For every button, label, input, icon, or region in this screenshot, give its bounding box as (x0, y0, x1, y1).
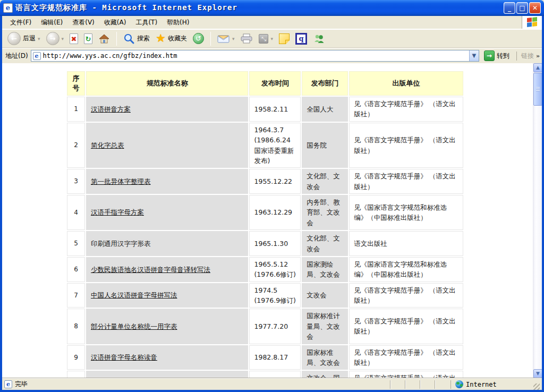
status-text: 完毕 (15, 380, 28, 389)
status-pane (390, 380, 405, 389)
history-button[interactable]: ↺ (191, 32, 206, 45)
cell-publisher: 见《语言文字规范手册》 （语文出版社） (349, 169, 463, 194)
standard-link[interactable]: 少数民族语地名汉语拼音字母音译转写法 (91, 266, 210, 274)
resize-dropdown-icon[interactable]: ▾ (270, 36, 273, 41)
back-icon: ← (7, 32, 21, 45)
stop-button[interactable]: ✖ (67, 32, 80, 45)
standard-link[interactable]: 第一批异体字整理表 (91, 177, 151, 185)
favorites-label: 收藏夹 (168, 34, 187, 43)
q-tool-button[interactable]: q (293, 32, 309, 46)
table-row: 1汉语拼音方案1958.2.11全国人大见《语言文字规范手册》 （语文出版社） (67, 97, 463, 122)
search-label: 搜索 (137, 34, 150, 43)
scroll-up-icon[interactable]: ▲ (533, 63, 542, 72)
status-pane (420, 380, 435, 389)
table-row: 3第一批异体字整理表1955.12.22文化部、文改会见《语言文字规范手册》 （… (67, 169, 463, 194)
forward-dropdown-icon[interactable]: ▾ (62, 36, 64, 41)
page-icon: e (33, 52, 41, 60)
cell-serial: 6 (67, 257, 85, 282)
cell-standard-name: 汉字统一部首表（草案） (86, 371, 249, 378)
cell-publish-dept: 全国人大 (302, 97, 348, 122)
cell-standard-name: 汉语手指字母方案 (86, 195, 249, 230)
cell-standard-name: 第一批异体字整理表 (86, 169, 249, 194)
mail-button[interactable]: ▾ (215, 33, 237, 45)
resize-icon: ⤡ (259, 34, 268, 44)
cell-publisher: 见《语言文字规范手册》 （语文出版社） (349, 97, 463, 122)
resize-grip[interactable] (533, 384, 540, 390)
minimize-button[interactable]: _ (504, 2, 515, 14)
messenger-button[interactable] (311, 32, 328, 46)
cell-standard-name: 汉语拼音字母名称读音 (86, 345, 249, 370)
window-frame: 文件(F) 编辑(E) 查看(V) 收藏(A) 工具(T) 帮助(H) ← 后退… (0, 16, 544, 392)
zone-label: Internet (466, 381, 497, 388)
go-button[interactable]: → 转到 (482, 50, 512, 62)
address-url[interactable]: http://www.yys.ac.cn/gfbz/index.htm (43, 52, 469, 59)
cell-publisher: 见《语言文字规范手册》 （语文出版社） (349, 283, 463, 308)
security-zone-pane: Internet (450, 380, 530, 389)
standard-link[interactable]: 简化字总表 (91, 141, 124, 149)
menu-view[interactable]: 查看(V) (67, 16, 99, 29)
print-button[interactable] (238, 32, 255, 45)
search-button[interactable]: 搜索 (121, 32, 152, 46)
windows-logo-panel (522, 16, 542, 29)
resize-button[interactable]: ⤡ ▾ (257, 33, 275, 45)
menu-edit[interactable]: 编辑(E) (36, 16, 67, 29)
search-icon (123, 33, 135, 45)
back-button[interactable]: ← 后退 ▾ (5, 31, 42, 46)
stop-icon: ✖ (70, 33, 78, 44)
cell-publish-date: 1958.2.11 (249, 97, 301, 122)
menu-file[interactable]: 文件(F) (5, 16, 36, 29)
cell-publisher: 见《语言文字规范手册》 （语文出版社） (349, 345, 463, 370)
menu-tools[interactable]: 工具(T) (131, 16, 162, 29)
standard-link[interactable]: 汉语拼音方案 (91, 105, 131, 113)
title-bar: e 语言文字规范标准库 - Microsoft Internet Explore… (0, 0, 544, 16)
forward-button[interactable]: → ▾ (44, 31, 66, 46)
cell-publisher: 语文出版社 (349, 231, 463, 256)
cell-publish-date: 1965.1.30 (249, 231, 301, 256)
standard-link[interactable]: 汉语拼音字母名称读音 (91, 353, 157, 361)
menu-favorites[interactable]: 收藏(A) (99, 16, 131, 29)
column-header: 出版单位 (349, 71, 463, 96)
vertical-scrollbar[interactable]: ▲ ▼ (533, 63, 542, 378)
toolbar-separator (116, 32, 117, 46)
favorites-button[interactable]: ★ 收藏夹 (154, 32, 189, 45)
cell-publish-date: 1964.3.7 (1986.6.24国家语委重新发布) (249, 123, 301, 168)
maximize-button[interactable]: □ (516, 2, 528, 14)
standard-link[interactable]: 中国人名汉语拼音字母拼写法 (91, 291, 177, 299)
cell-publish-date: 1983. (249, 371, 301, 378)
cell-publish-date: 1974.5 (1976.9修订) (249, 283, 301, 308)
cell-standard-name: 简化字总表 (86, 123, 249, 168)
address-dropdown-icon[interactable]: ▼ (469, 50, 479, 61)
close-button[interactable]: ✕ (529, 2, 541, 14)
cell-publisher: 见《语言文字规范手册》 （语文出版社） (349, 123, 463, 168)
home-button[interactable] (96, 32, 112, 45)
address-input[interactable]: e http://www.yys.ac.cn/gfbz/index.htm ▼ (31, 50, 479, 62)
standard-link[interactable]: 汉语手指字母方案 (91, 208, 144, 216)
toolbar: ← 后退 ▾ → ▾ ✖ ↻ 搜索 (2, 29, 542, 48)
cell-serial: 4 (67, 195, 85, 230)
refresh-button[interactable]: ↻ (82, 32, 95, 45)
links-bar[interactable]: 链接 » (516, 52, 540, 61)
links-chevron-icon[interactable]: » (536, 53, 540, 59)
cell-standard-name: 部分计量单位名称统一用字表 (86, 309, 249, 344)
scrollbar-thumb[interactable] (533, 73, 542, 106)
note-button[interactable] (277, 32, 292, 45)
cell-publish-dept: 国家标准局、文改会 (302, 345, 348, 370)
ie-window-icon: e (3, 3, 13, 13)
cell-publisher: 见《国家语言文字规范和标准选编》（中国标准出版社） (349, 257, 463, 282)
scroll-down-icon[interactable]: ▼ (533, 369, 542, 378)
back-dropdown-icon[interactable]: ▾ (38, 36, 40, 41)
go-arrow-icon: → (484, 50, 495, 61)
history-icon: ↺ (193, 33, 204, 44)
cell-publisher: 见《国家语言文字规范和标准选编》（中国标准出版社） (349, 195, 463, 230)
cell-serial: 8 (67, 309, 85, 344)
messenger-icon (313, 33, 326, 45)
menu-help[interactable]: 帮助(H) (162, 16, 194, 29)
column-header: 规范标准名称 (86, 71, 249, 96)
toolbar-separator (210, 32, 211, 46)
cell-publish-date: 1955.12.22 (249, 169, 301, 194)
mail-dropdown-icon[interactable]: ▾ (232, 36, 235, 41)
standard-link[interactable]: 部分计量单位名称统一用字表 (91, 322, 177, 330)
cell-serial: 1 (67, 97, 85, 122)
table-row: 8部分计量单位名称统一用字表1977.7.20国家标准计量局、文改会见《语言文字… (67, 309, 463, 344)
cell-publish-date: 1965.5.12 (1976.6修订) (249, 257, 301, 282)
